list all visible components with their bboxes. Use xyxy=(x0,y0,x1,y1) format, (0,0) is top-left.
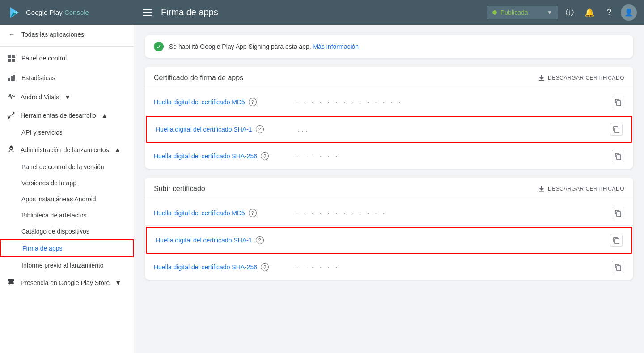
cert-sign-sha256-label: Huella digital del certificado SHA-256 ? xyxy=(154,152,288,160)
grid-icon xyxy=(7,54,16,63)
svg-rect-6 xyxy=(12,55,15,58)
cert-sign-sha1-copy-button[interactable] xyxy=(610,123,623,136)
svg-rect-18 xyxy=(539,191,544,192)
svg-rect-14 xyxy=(539,80,544,81)
sidebar-item-api-servicios-label: API y servicios xyxy=(21,129,63,136)
cert-sign-md5-row: Huella digital del certificado MD5 ? · ·… xyxy=(145,89,633,115)
copy-icon-5 xyxy=(612,236,620,244)
chevron-down-icon-2: ▼ xyxy=(115,279,121,286)
download-icon xyxy=(538,74,545,81)
upload-cert-download-button[interactable]: DESCARGAR CERTIFICADO xyxy=(538,185,624,192)
help-button[interactable]: ? xyxy=(601,4,617,21)
upload-cert-sha1-row: Huella digital del certificado SHA-1 ? xyxy=(146,227,632,254)
cert-sign-sha1-row: Huella digital del certificado SHA-1 ? .… xyxy=(146,116,632,143)
cert-sign-card: Certificado de firma de apps DESCARGAR C… xyxy=(145,67,633,169)
avatar-button[interactable]: 👤 xyxy=(621,4,637,21)
cert-sign-md5-copy-button[interactable] xyxy=(612,96,624,108)
sidebar-item-presencia-store-label: Presencia en Google Play Store xyxy=(21,279,110,286)
svg-rect-20 xyxy=(615,239,619,244)
sidebar-back-label: Todas las aplicaciones xyxy=(21,31,127,38)
upload-cert-sha1-copy-button[interactable] xyxy=(610,234,623,247)
copy-icon-2 xyxy=(612,125,620,133)
sidebar-item-panel-version-label: Panel de control de la versión xyxy=(21,163,104,170)
cert-sign-card-header: Certificado de firma de apps DESCARGAR C… xyxy=(145,67,633,89)
copy-icon-3 xyxy=(614,152,622,160)
bar-chart-icon xyxy=(7,73,16,82)
upload-cert-md5-copy-button[interactable] xyxy=(612,207,624,219)
svg-rect-21 xyxy=(617,266,621,271)
upload-cert-md5-help-icon[interactable]: ? xyxy=(249,209,257,217)
store-icon xyxy=(7,278,15,287)
cert-sign-sha1-help-icon[interactable]: ? xyxy=(256,125,264,133)
upload-cert-sha256-copy-button[interactable] xyxy=(612,261,624,273)
main-layout: ← Todas las aplicaciones Panel de contro… xyxy=(0,25,644,353)
sidebar-item-biblioteca[interactable]: Biblioteca de artefactos xyxy=(0,207,134,223)
notifications-button[interactable]: 🔔 xyxy=(581,4,597,21)
status-dropdown[interactable]: Publicada ▼ xyxy=(487,6,558,19)
rocket-icon xyxy=(7,145,15,154)
sidebar-back-link[interactable]: ← Todas las aplicaciones xyxy=(0,25,134,44)
upload-cert-sha1-help-icon[interactable]: ? xyxy=(256,236,264,244)
cert-sign-sha256-value: · - - · · · xyxy=(295,153,605,160)
upload-cert-md5-row: Huella digital del certificado MD5 ? · ·… xyxy=(145,200,633,226)
cert-sign-sha1-value: ... xyxy=(297,126,603,133)
copy-icon xyxy=(614,98,622,106)
notification-banner: ✓ Se habilitó Google Play App Signing pa… xyxy=(145,35,633,58)
main-content: ✓ Se habilitó Google Play App Signing pa… xyxy=(134,25,644,353)
copy-icon-6 xyxy=(614,263,622,271)
svg-rect-16 xyxy=(615,128,619,133)
svg-rect-10 xyxy=(11,76,13,81)
chevron-down-icon: ▼ xyxy=(64,94,71,101)
sidebar-item-android-vitals[interactable]: Android Vitals ▼ xyxy=(0,88,134,106)
bell-icon: 🔔 xyxy=(585,8,594,17)
sidebar-divider-1 xyxy=(0,46,134,47)
upload-cert-sha256-help-icon[interactable]: ? xyxy=(261,263,269,271)
svg-rect-5 xyxy=(8,55,11,58)
cert-sign-md5-label: Huella digital del certificado MD5 ? xyxy=(154,98,288,106)
header-right: Publicada ▼ ⓘ 🔔 ? 👤 xyxy=(487,4,637,21)
notification-link[interactable]: Más información xyxy=(313,43,359,50)
sidebar-item-estadisticas-label: Estadísticas xyxy=(21,74,127,81)
back-arrow-icon: ← xyxy=(7,30,16,39)
upload-cert-md5-label: Huella digital del certificado MD5 ? xyxy=(154,209,288,217)
sidebar-item-panel-label: Panel de control xyxy=(21,55,127,62)
cert-sign-download-button[interactable]: DESCARGAR CERTIFICADO xyxy=(538,74,624,81)
upload-cert-sha256-row: Huella digital del certificado SHA-256 ?… xyxy=(145,255,633,280)
upload-cert-sha1-label: Huella digital del certificado SHA-1 ? xyxy=(156,236,290,244)
notification-text: Se habilitó Google Play App Signing para… xyxy=(169,43,359,50)
svg-rect-17 xyxy=(617,155,621,160)
sidebar-item-panel[interactable]: Panel de control xyxy=(0,48,134,68)
cert-sign-md5-value: · · · · · · · · · · · · · · xyxy=(295,99,605,106)
sidebar-item-apps-instantaneas[interactable]: Apps instantáneas Android xyxy=(0,191,134,207)
status-dot xyxy=(492,10,497,15)
upload-cert-sha256-label: Huella digital del certificado SHA-256 ? xyxy=(154,263,288,271)
sidebar-item-versiones-app[interactable]: Versiones de la app xyxy=(0,175,134,191)
cert-sign-sha256-help-icon[interactable]: ? xyxy=(261,152,269,160)
info-button[interactable]: ⓘ xyxy=(562,4,578,21)
cert-sign-md5-help-icon[interactable]: ? xyxy=(249,98,257,106)
sidebar: ← Todas las aplicaciones Panel de contro… xyxy=(0,25,134,353)
sidebar-item-firma-apps-label: Firma de apps xyxy=(22,245,62,252)
cert-sign-card-title: Certificado de firma de apps xyxy=(154,74,243,82)
sidebar-item-firma-apps[interactable]: Firma de apps xyxy=(0,239,134,257)
page-title-area: Firma de apps xyxy=(141,7,487,17)
sidebar-item-admin-lanzamientos[interactable]: Administración de lanzamientos ▲ xyxy=(0,140,134,159)
cert-sign-sha1-label: Huella digital del certificado SHA-1 ? xyxy=(156,125,290,133)
svg-point-12 xyxy=(9,285,10,285)
sidebar-item-presencia-store[interactable]: Presencia en Google Play Store ▼ xyxy=(0,273,134,292)
sidebar-item-panel-version[interactable]: Panel de control de la versión xyxy=(0,159,134,175)
svg-rect-15 xyxy=(617,101,621,106)
sidebar-item-android-vitals-label: Android Vitals xyxy=(21,94,59,101)
sidebar-item-estadisticas[interactable]: Estadísticas xyxy=(0,68,134,88)
top-header: Google Play Console Firma de apps Public… xyxy=(0,0,644,25)
cert-sign-sha256-copy-button[interactable] xyxy=(612,150,624,162)
hamburger-button[interactable] xyxy=(141,8,154,17)
sidebar-item-catalogo[interactable]: Catálogo de dispositivos xyxy=(0,223,134,239)
sidebar-item-api-servicios[interactable]: API y servicios xyxy=(0,124,134,140)
chevron-up-icon: ▲ xyxy=(102,112,108,119)
logo-area: Google Play Console xyxy=(7,5,141,20)
svg-rect-19 xyxy=(617,212,621,217)
sidebar-item-informe-previo[interactable]: Informe previo al lanzamiento xyxy=(0,257,134,273)
sidebar-item-herramientas[interactable]: Herramientas de desarrollo ▲ xyxy=(0,106,134,124)
pulse-icon xyxy=(7,92,15,102)
